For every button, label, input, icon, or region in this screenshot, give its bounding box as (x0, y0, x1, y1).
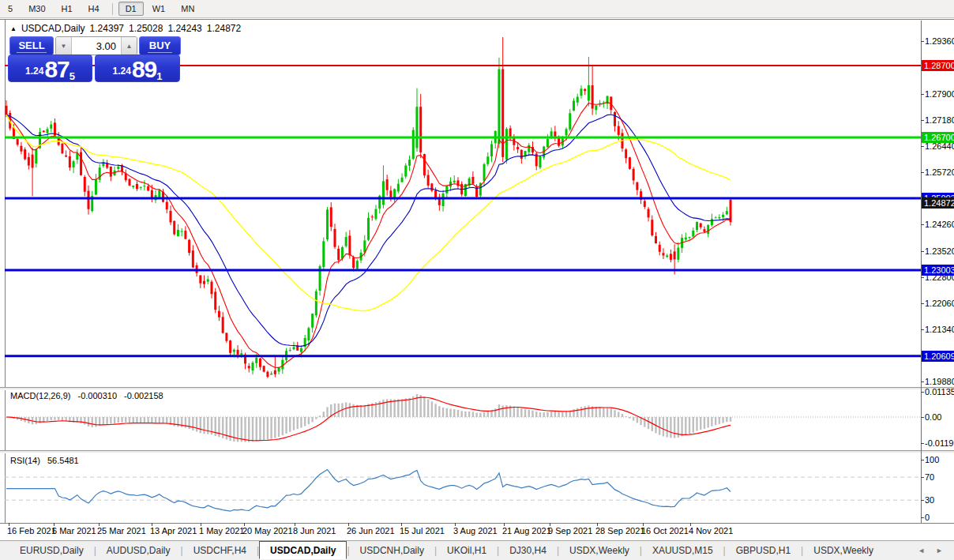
macd-main-value: -0.000310 (77, 391, 117, 400)
chart-tab-usdcnh-daily[interactable]: USDCNH,Daily (350, 543, 434, 558)
price-tick-mark (921, 224, 924, 225)
buy-price-prefix: 1.24 (113, 66, 131, 77)
rsi-chart[interactable] (5, 453, 921, 522)
date-tick-label: 21 Aug 2021 (502, 526, 551, 536)
sell-price-pip: 5 (69, 72, 75, 81)
buy-price-pip: 1 (156, 72, 162, 81)
tabs-scroll-left-icon[interactable]: ◄ (918, 547, 925, 554)
volume-increase-button[interactable]: ▲ (121, 37, 137, 54)
date-tick-label: 25 Mar 2021 (97, 526, 146, 536)
rsi-tick-mark (921, 477, 924, 478)
volume-decrease-button[interactable]: ▼ (56, 37, 72, 54)
chart-tab-dj30-h4[interactable]: DJ30,H4 (499, 543, 557, 558)
date-tick-label: 4 Nov 2021 (689, 526, 733, 536)
buy-button[interactable]: BUY (139, 36, 181, 55)
rsi-tick-mark (921, 517, 924, 518)
macd-tick-label: -0.01190 (925, 438, 954, 449)
rsi-label: RSI(14) 56.5481 (10, 456, 84, 465)
price-tick-mark (921, 120, 924, 121)
sell-price-box[interactable]: 1.24875 (8, 54, 92, 82)
bar-close-value: 1.24872 (207, 23, 241, 34)
price-level-badge: 1.20609 (922, 351, 954, 362)
date-tick-label: 1 May 2021 (199, 526, 244, 536)
timeframe-button-d1[interactable]: D1 (118, 2, 144, 16)
bar-low-value: 1.24243 (167, 23, 201, 34)
price-tick-mark (921, 277, 924, 278)
buy-price-big: 89 (132, 59, 156, 80)
price-level-badge: 1.24872 (922, 197, 954, 209)
chart-tab-xauusd-m15[interactable]: XAUUSD,M15 (642, 543, 723, 558)
macd-tick-mark (921, 417, 924, 418)
rsi-value: 56.5481 (47, 456, 79, 465)
date-tick-label: 16 Oct 2021 (641, 526, 689, 536)
timeframe-toolbar: 5M30H1H4D1W1MN (0, 0, 954, 18)
date-tick-label: 8 Jun 2021 (293, 526, 336, 536)
timeframe-button-w1[interactable]: W1 (145, 2, 173, 16)
toolbar-separator (112, 3, 113, 15)
collapse-icon[interactable]: ▲ (10, 25, 17, 32)
price-level-badge: 1.26700 (922, 132, 954, 143)
chart-tab-bar: EURUSD,Daily|AUDUSD,Daily|USDCHF,H4|USDC… (0, 540, 954, 560)
volume-input[interactable]: 3.00 (72, 37, 121, 54)
date-tick-label: 26 Jun 2021 (347, 526, 395, 536)
chart-window-top-border (0, 19, 954, 20)
date-tick-label: 15 Jul 2021 (400, 526, 445, 536)
timeframe-button-h1[interactable]: H1 (54, 2, 80, 16)
chart-tab-ukoil-h1[interactable]: UKOil,H1 (437, 543, 497, 558)
date-tick-label: 13 Apr 2021 (150, 526, 197, 536)
chart-tab-usdchf-h4[interactable]: USDCHF,H4 (183, 543, 257, 558)
price-level-badge: 1.28700 (922, 60, 954, 71)
timeframe-button-5[interactable]: 5 (1, 2, 20, 16)
one-click-trading-panel: SELL ▼ 3.00 ▲ BUY 1.24875 1.24891 (8, 36, 181, 82)
rsi-tick-label: 100 (925, 455, 939, 465)
price-tick-label: 1.21340 (925, 325, 954, 335)
rsi-tick-label: 70 (925, 472, 934, 483)
price-tick-label: 1.22060 (925, 299, 954, 309)
macd-signal-value: -0.002158 (124, 391, 163, 400)
price-tick-mark (921, 172, 924, 173)
price-tick-label: 1.25720 (925, 167, 954, 178)
chart-symbol-label: USDCAD,Daily (21, 23, 85, 34)
date-tick-label: 28 Sep 2021 (595, 526, 644, 536)
price-tick-label: 1.24260 (925, 220, 954, 230)
price-tick-mark (921, 381, 924, 382)
chart-tab-usdx-weekly[interactable]: USDX,Weekly (559, 543, 640, 558)
chart-tab-usdcad-daily[interactable]: USDCAD,Daily (259, 541, 347, 559)
price-tick-mark (921, 146, 924, 147)
volume-stepper: ▼ 3.00 ▲ (55, 36, 137, 55)
rsi-tick-label: 30 (925, 495, 934, 506)
price-tick-label: 1.27180 (925, 115, 954, 126)
date-tick-label: 16 Feb 2021 (7, 526, 56, 536)
rsi-tick-mark (921, 500, 924, 501)
timeframe-button-h4[interactable]: H4 (81, 2, 107, 16)
sell-price-big: 87 (44, 59, 69, 80)
price-tick-label: 1.23520 (925, 246, 954, 257)
date-tick-label: 6 Mar 2021 (52, 526, 96, 536)
sell-price-prefix: 1.24 (25, 66, 43, 77)
date-tick-label: 9 Sep 2021 (548, 526, 592, 536)
macd-tick-label: 0.01135 (925, 387, 954, 397)
price-tick-mark (921, 329, 924, 330)
tabs-scroll-right-icon[interactable]: ► (936, 547, 943, 554)
chart-tab-gbpusd-h1[interactable]: GBPUSD,H1 (726, 543, 801, 558)
buy-price-box[interactable]: 1.24891 (95, 54, 180, 82)
date-tick-label: 20 May 2021 (242, 526, 293, 536)
price-tick-label: 1.26440 (925, 141, 954, 152)
bar-high-value: 1.25028 (129, 23, 163, 34)
timeframe-button-mn[interactable]: MN (174, 2, 201, 16)
chart-title: ▲ USDCAD,Daily 1.24397 1.25028 1.24243 1… (10, 23, 241, 34)
trading-terminal: 5M30H1H4D1W1MN ▲ USDCAD,Daily 1.24397 1.… (0, 0, 954, 560)
price-tick-label: 1.27900 (925, 89, 954, 100)
price-tick-mark (921, 251, 924, 252)
date-tick-label: 3 Aug 2021 (453, 526, 498, 536)
price-level-badge: 1.23003 (922, 265, 954, 276)
rsi-tick-mark (921, 460, 924, 460)
sell-button[interactable]: SELL (9, 36, 54, 55)
macd-tick-label: 0.00 (925, 412, 941, 423)
timeframe-button-m30[interactable]: M30 (21, 2, 52, 16)
bar-open-value: 1.24397 (90, 23, 124, 34)
chart-tab-audusd-daily[interactable]: AUDUSD,Daily (96, 543, 181, 558)
price-tick-mark (921, 41, 924, 42)
chart-tab-usdx-weekly[interactable]: USDX,Weekly (803, 543, 884, 558)
chart-tab-eurusd-daily[interactable]: EURUSD,Daily (9, 543, 94, 558)
